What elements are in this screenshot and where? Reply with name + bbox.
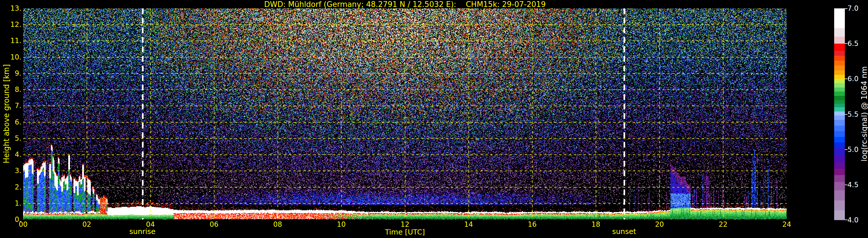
y-tick-label: 10. <box>0 53 22 62</box>
y-tick-label: 3. <box>0 166 22 175</box>
colorbar-tick-label: 4.5 <box>847 180 868 189</box>
sunrise-label: sunrise <box>129 227 155 236</box>
x-tick-label: 02 <box>74 220 100 229</box>
x-tick-label: 24 <box>774 220 800 229</box>
heatmap-canvas <box>23 8 787 219</box>
x-tick-label: 14 <box>456 220 482 229</box>
x-axis-label: Time [UTC] <box>385 228 425 236</box>
ceilometer-quicklook-figure: DWD: Mühldorf (Germany; 48.2791 N / 12.5… <box>0 0 868 238</box>
y-tick-label: 1. <box>0 199 22 208</box>
y-tick-label: 2. <box>0 183 22 192</box>
x-tick-label: 00 <box>10 220 36 229</box>
sunset-label: sunset <box>612 227 636 236</box>
x-tick-label: 18 <box>583 220 609 229</box>
y-tick-label: 4. <box>0 150 22 159</box>
colorbar-tick-label: 7.0 <box>847 4 868 13</box>
y-tick-label: 11. <box>0 36 22 45</box>
y-tick-label: 5. <box>0 134 22 143</box>
x-tick-label: 08 <box>265 220 291 229</box>
colorbar-tick-label: 6.5 <box>847 39 868 48</box>
y-tick-label: 12. <box>0 20 22 29</box>
x-tick-label: 20 <box>646 220 673 229</box>
x-tick-label: 12 <box>392 220 418 229</box>
y-axis-label: Height above ground [km] <box>2 64 11 163</box>
x-tick-label: 10 <box>328 220 354 229</box>
y-tick-label: 7. <box>0 101 22 110</box>
colorbar-label: log(rc-signal) @ 1064 nm <box>860 66 868 161</box>
x-tick-label: 06 <box>201 220 227 229</box>
colorbar <box>834 8 847 220</box>
y-tick-label: 13. <box>0 4 22 13</box>
y-tick-label: 6. <box>0 118 22 127</box>
colorbar-tick-label: 4.0 <box>847 216 868 225</box>
plot-title: DWD: Mühldorf (Germany; 48.2791 N / 12.5… <box>264 1 546 8</box>
x-tick-label: 22 <box>710 220 736 229</box>
y-tick-label: 8. <box>0 85 22 94</box>
x-tick-label: 16 <box>519 220 545 229</box>
y-tick-label: 9. <box>0 69 22 78</box>
